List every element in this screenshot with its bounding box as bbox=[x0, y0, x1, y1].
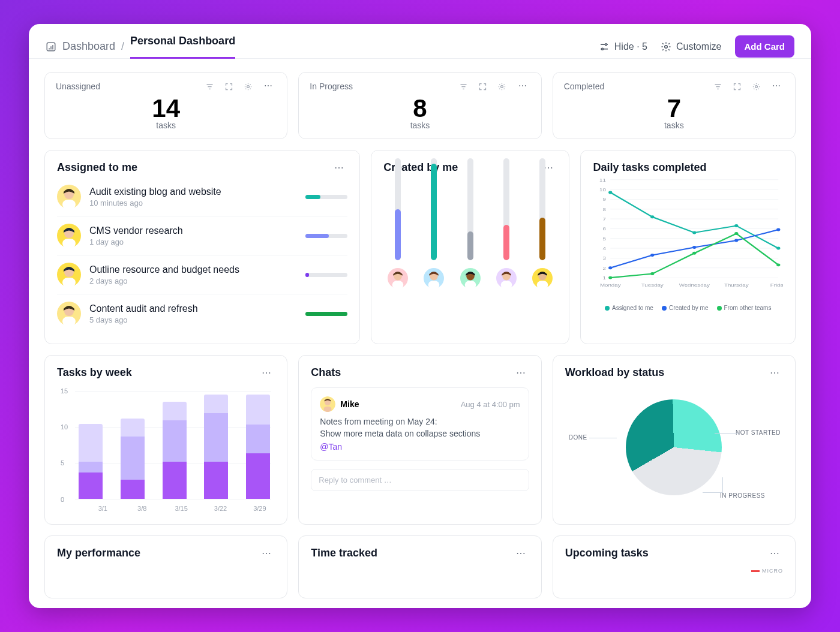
chats-card: Chats ⋯ Mike Aug 4 at 4:00 pm Notes from bbox=[298, 355, 541, 525]
perf-title: My performance bbox=[57, 547, 140, 559]
svg-point-61 bbox=[608, 191, 612, 194]
chat-author: Mike bbox=[340, 399, 359, 409]
daily-legend: Assigned to me Created by me From other … bbox=[593, 305, 783, 311]
more-icon[interactable]: ⋯ bbox=[770, 81, 784, 92]
sliders-icon bbox=[599, 41, 610, 52]
more-icon[interactable]: ⋯ bbox=[262, 81, 276, 92]
filter-icon[interactable] bbox=[204, 81, 215, 92]
upcoming-title: Upcoming tasks bbox=[565, 547, 649, 559]
svg-text:5: 5 bbox=[603, 236, 607, 242]
more-icon[interactable]: ⋯ bbox=[514, 547, 529, 559]
legend-item: Created by me bbox=[669, 305, 709, 311]
svg-text:8: 8 bbox=[603, 207, 607, 212]
daily-title: Daily tasks completed bbox=[593, 161, 706, 174]
stat-count: 14 bbox=[56, 94, 276, 123]
gear-icon[interactable] bbox=[242, 81, 253, 92]
expand-icon[interactable] bbox=[223, 81, 234, 92]
topbar: Dashboard / Personal Dashboard Hide · 5 … bbox=[29, 24, 811, 59]
breadcrumb-current[interactable]: Personal Dashboard bbox=[130, 35, 235, 58]
tasks-by-week-chart: 0510153/13/83/153/223/29 bbox=[57, 387, 275, 513]
row-lower: Tasks by week ⋯ 0510153/13/83/153/223/29… bbox=[44, 355, 796, 525]
created-bars bbox=[383, 182, 557, 290]
svg-text:10: 10 bbox=[600, 187, 607, 192]
svg-point-74 bbox=[735, 232, 739, 235]
svg-text:Wednesday: Wednesday bbox=[679, 282, 710, 288]
task-row[interactable]: Outline resource and budget needs 2 days… bbox=[57, 255, 347, 294]
avatar bbox=[388, 266, 408, 290]
svg-point-72 bbox=[650, 272, 654, 275]
gear-icon[interactable] bbox=[497, 81, 508, 92]
task-row[interactable]: Audit existing blog and website 10 minut… bbox=[57, 182, 347, 216]
more-icon[interactable]: ⋯ bbox=[767, 547, 783, 559]
stat-unit: tasks bbox=[564, 121, 784, 130]
assigned-title: Assigned to me bbox=[57, 161, 137, 174]
stat-count: 7 bbox=[564, 94, 784, 123]
week-bar bbox=[121, 419, 145, 499]
customize-button[interactable]: Customize bbox=[661, 41, 722, 52]
x-label: 3/8 bbox=[137, 505, 146, 512]
avatar bbox=[460, 266, 481, 290]
x-label: 3/15 bbox=[175, 505, 187, 512]
x-label: 3/1 bbox=[98, 505, 107, 512]
svg-rect-8 bbox=[62, 200, 76, 209]
avatar bbox=[57, 302, 81, 326]
gear-icon[interactable] bbox=[751, 81, 761, 92]
more-icon[interactable]: ⋯ bbox=[516, 81, 530, 92]
svg-rect-20 bbox=[392, 281, 404, 289]
avatar bbox=[532, 266, 553, 290]
week-bar bbox=[79, 424, 103, 499]
avatar bbox=[496, 266, 517, 290]
breadcrumb-root[interactable]: Dashboard bbox=[62, 40, 115, 53]
task-row[interactable]: Content audit and refresh 5 days ago bbox=[57, 294, 347, 333]
stat-card-completed[interactable]: Completed ⋯ 7 tasks bbox=[553, 72, 796, 139]
more-icon[interactable]: ⋯ bbox=[514, 367, 529, 378]
hide-toggle[interactable]: Hide · 5 bbox=[599, 41, 647, 52]
svg-text:9: 9 bbox=[603, 197, 607, 202]
svg-point-6 bbox=[755, 85, 757, 88]
svg-point-1 bbox=[605, 43, 607, 45]
chat-time: Aug 4 at 4:00 pm bbox=[461, 400, 520, 409]
breadcrumb-sep: / bbox=[121, 40, 124, 53]
stat-label: Completed bbox=[564, 82, 605, 91]
created-bar bbox=[530, 158, 554, 290]
stat-card-unassigned[interactable]: Unassigned ⋯ 14 tasks bbox=[44, 72, 287, 139]
svg-point-4 bbox=[247, 85, 249, 88]
chat-mention[interactable]: @Tan bbox=[320, 442, 520, 452]
stat-card-in-progress[interactable]: In Progress ⋯ 8 tasks bbox=[298, 72, 541, 139]
stat-label: In Progress bbox=[310, 82, 353, 91]
chat-message[interactable]: Mike Aug 4 at 4:00 pm Notes from meeting… bbox=[311, 387, 529, 461]
created-bar bbox=[494, 158, 518, 290]
expand-icon[interactable] bbox=[478, 81, 488, 92]
task-meta: 5 days ago bbox=[89, 315, 297, 324]
more-icon[interactable]: ⋯ bbox=[259, 367, 275, 378]
svg-rect-14 bbox=[62, 278, 76, 287]
add-card-button[interactable]: Add Card bbox=[735, 35, 795, 58]
row-middle: Assigned to me ⋯ Audit existing blog and… bbox=[44, 150, 796, 344]
pie-label-in-progress: IN PROGRESS bbox=[720, 492, 765, 499]
week-bar bbox=[246, 395, 270, 499]
svg-point-70 bbox=[777, 228, 781, 231]
expand-icon[interactable] bbox=[731, 81, 742, 92]
filter-icon[interactable] bbox=[458, 81, 469, 92]
svg-rect-78 bbox=[324, 407, 332, 412]
legend-item: Assigned to me bbox=[612, 305, 653, 311]
created-bar bbox=[386, 158, 410, 290]
app-window: Dashboard / Personal Dashboard Hide · 5 … bbox=[29, 24, 811, 608]
reply-input[interactable]: Reply to comment … bbox=[311, 469, 529, 491]
svg-point-67 bbox=[650, 254, 654, 257]
dashboard-scroll[interactable]: Unassigned ⋯ 14 tasks In Progress bbox=[29, 59, 811, 608]
dashboard-icon bbox=[46, 41, 56, 52]
filter-icon[interactable] bbox=[712, 81, 723, 92]
created-bar bbox=[422, 158, 446, 290]
breadcrumb-current-label: Personal Dashboard bbox=[130, 35, 235, 47]
svg-text:Monday: Monday bbox=[600, 282, 621, 288]
task-meta: 1 day ago bbox=[89, 237, 297, 246]
svg-point-69 bbox=[735, 239, 739, 242]
task-row[interactable]: CMS vendor research 1 day ago bbox=[57, 216, 347, 255]
more-icon[interactable]: ⋯ bbox=[259, 547, 275, 559]
task-progress bbox=[305, 273, 347, 277]
breadcrumb: Dashboard / Personal Dashboard bbox=[46, 35, 235, 58]
more-icon[interactable]: ⋯ bbox=[332, 162, 347, 173]
more-icon[interactable]: ⋯ bbox=[767, 367, 783, 378]
stat-unit: tasks bbox=[310, 121, 530, 130]
